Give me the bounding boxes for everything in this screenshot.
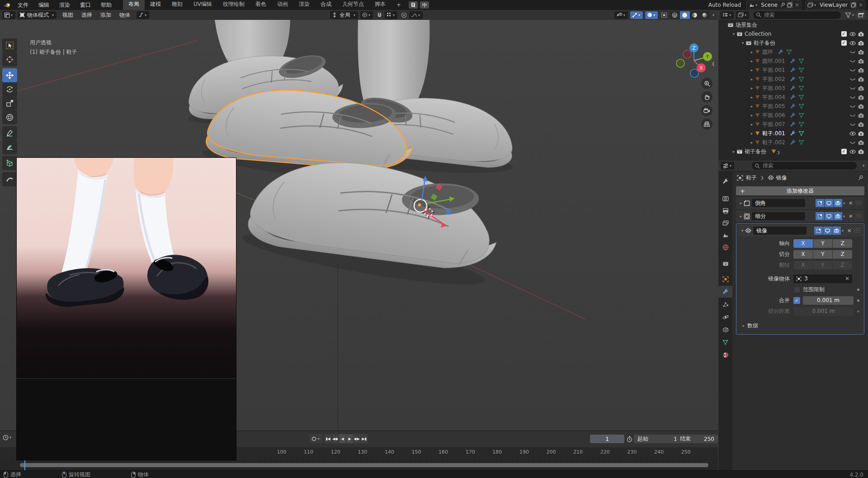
workspace-tab-建模[interactable]: 建模	[145, 0, 166, 10]
hide-eye-open-icon[interactable]	[849, 149, 856, 154]
outliner-row[interactable]: ▸圆环	[718, 47, 868, 57]
workspace-tab-几何节点[interactable]: 几何节点	[337, 0, 369, 10]
expand-icon[interactable]: ▸	[749, 113, 755, 118]
delete-modifier-icon[interactable]: ✕	[847, 228, 851, 234]
outliner-filter-dropdown[interactable]: ▾	[736, 11, 749, 19]
outliner-row[interactable]: ▸鞋子.001	[718, 129, 868, 138]
mesh-data-icon[interactable]	[798, 104, 804, 109]
pin-icon[interactable]	[780, 2, 785, 8]
transform-orientation-pill[interactable]: ▾	[137, 11, 149, 19]
mesh-data-icon[interactable]	[798, 58, 804, 64]
expand-icon[interactable]: ▸	[749, 140, 755, 145]
workspace-tab-脚本[interactable]: 脚本	[369, 0, 391, 10]
modifier-wrench-icon[interactable]	[790, 122, 796, 128]
workspace-tab-+[interactable]: +	[391, 0, 406, 10]
properties-tab-viewlayer[interactable]	[718, 217, 732, 229]
properties-tab-data[interactable]	[718, 336, 732, 348]
reference-image-panel[interactable]	[17, 158, 236, 460]
tool-curve-pen-button[interactable]	[2, 172, 17, 186]
tool-rotate-button[interactable]	[2, 82, 17, 96]
expand-icon[interactable]: ▸	[731, 149, 736, 154]
remove-viewlayer-icon[interactable]: ✕	[859, 2, 863, 8]
tool-measure-button[interactable]	[2, 140, 17, 154]
expand-icon[interactable]: ▸	[749, 86, 755, 90]
mirror-modifier-header[interactable]: ▾ 镜像 ▾ ✕ ::::::::	[737, 225, 863, 237]
expand-icon[interactable]: ▸	[749, 95, 755, 99]
hide-eye-closed-icon[interactable]	[849, 50, 856, 54]
animate-dot[interactable]	[857, 310, 859, 312]
proportional-editing-icon[interactable]	[401, 12, 407, 18]
modifier-wrench-icon[interactable]	[790, 85, 796, 91]
translation-flag-button[interactable]	[409, 1, 418, 9]
hide-eye-open-icon[interactable]	[849, 41, 856, 46]
exclude-checkbox[interactable]: ✓	[841, 31, 847, 37]
outliner-search[interactable]: 搜索	[753, 11, 841, 19]
modifier-extras-icon[interactable]: ▾	[842, 229, 844, 233]
new-collection-button[interactable]	[857, 11, 865, 19]
unlink-scene-icon[interactable]: ✕	[795, 2, 799, 8]
modifier-name-field[interactable]: 镜像	[753, 227, 807, 235]
expand-icon[interactable]: ▸	[738, 201, 744, 205]
data-panel-expand-icon[interactable]: ▸	[741, 323, 746, 328]
navigation-gizmo[interactable]: Z Y X	[676, 42, 715, 80]
prev-keyframe-button[interactable]: ◀◆	[332, 434, 339, 443]
disable-render-camera-icon[interactable]	[858, 104, 864, 109]
outliner-row[interactable]: 场景集合	[718, 20, 868, 29]
outliner-row[interactable]: ▸平面.006	[718, 111, 868, 120]
topbar-menu-文件[interactable]: 文件	[13, 1, 33, 9]
pan-hand-button[interactable]	[701, 91, 712, 103]
tool-scale-button[interactable]	[2, 96, 17, 110]
realtime-toggle[interactable]	[825, 199, 833, 207]
hide-eye-closed-icon[interactable]	[849, 68, 856, 72]
properties-tab-physics[interactable]	[718, 311, 732, 323]
workspace-tab-着色[interactable]: 着色	[250, 0, 272, 10]
snap-magnet-icon[interactable]	[377, 12, 382, 18]
properties-tab-world[interactable]	[718, 241, 732, 253]
disable-render-camera-icon[interactable]	[858, 32, 864, 37]
modifier-wrench-icon[interactable]	[778, 49, 783, 55]
outliner-display-mode-button[interactable]: ▾	[721, 11, 734, 19]
properties-tab-particles[interactable]	[718, 298, 732, 310]
mesh-data-icon[interactable]	[798, 131, 804, 136]
tool-move-button[interactable]	[2, 68, 17, 82]
overlays-dropdown[interactable]: ▾	[645, 11, 658, 19]
disable-render-camera-icon[interactable]	[858, 149, 864, 154]
workspace-tab-雕刻[interactable]: 雕刻	[166, 0, 188, 10]
modifier-wrench-icon[interactable]	[790, 131, 796, 137]
realtime-toggle[interactable]	[825, 212, 833, 220]
animate-dot[interactable]	[857, 289, 859, 291]
viewport-menu-添加[interactable]: 添加	[96, 11, 115, 19]
bisect-distance-field[interactable]: 0.001 m	[793, 307, 854, 316]
outliner-row[interactable]: ▸平面.001	[718, 66, 868, 75]
modifier-wrench-icon[interactable]	[790, 67, 796, 73]
jump-to-start-button[interactable]: ▮◀	[325, 434, 331, 443]
funnel-filter-icon[interactable]	[845, 12, 851, 18]
shading-dropdown-icon[interactable]: ▾	[712, 13, 714, 17]
properties-tab-object[interactable]	[718, 273, 732, 285]
add-modifier-button[interactable]: + 添加修改器	[736, 186, 864, 195]
hide-eye-closed-icon[interactable]	[849, 95, 856, 99]
edit-mode-toggle[interactable]	[816, 212, 824, 220]
workspace-tab-动画[interactable]: 动画	[272, 0, 293, 10]
modifier-name-field[interactable]: 倒角	[752, 199, 805, 207]
viewport-menu-选择[interactable]: 选择	[77, 11, 96, 19]
pin-icon[interactable]	[858, 175, 863, 181]
disable-render-camera-icon[interactable]	[858, 113, 864, 118]
edit-mode-toggle[interactable]	[814, 227, 823, 235]
disable-render-camera-icon[interactable]	[858, 131, 864, 136]
disable-render-camera-icon[interactable]	[858, 140, 864, 145]
workspace-tab-UV编辑[interactable]: UV编辑	[188, 0, 217, 10]
play-reverse-button[interactable]: ◀	[339, 434, 346, 443]
viewport-menu-物体[interactable]: 物体	[115, 11, 134, 19]
visibility-dropdown[interactable]: ▾	[614, 11, 628, 19]
tool-cursor-button[interactable]	[2, 52, 17, 66]
outliner-row[interactable]: ▸鞋子.002	[718, 138, 868, 147]
topbar-menu-编辑[interactable]: 编辑	[33, 1, 54, 9]
render-toggle[interactable]	[832, 227, 841, 235]
exclude-checkbox[interactable]: ✓	[841, 40, 847, 46]
bisect-x-button[interactable]: X	[793, 250, 813, 259]
scene-selector[interactable]: ▾ Scene ✕	[746, 0, 802, 9]
transform-orientation-dropdown[interactable]: 全局 ▾	[330, 11, 358, 19]
expand-icon[interactable]: ▸	[749, 59, 755, 63]
topbar-menu-窗口[interactable]: 窗口	[75, 1, 96, 9]
